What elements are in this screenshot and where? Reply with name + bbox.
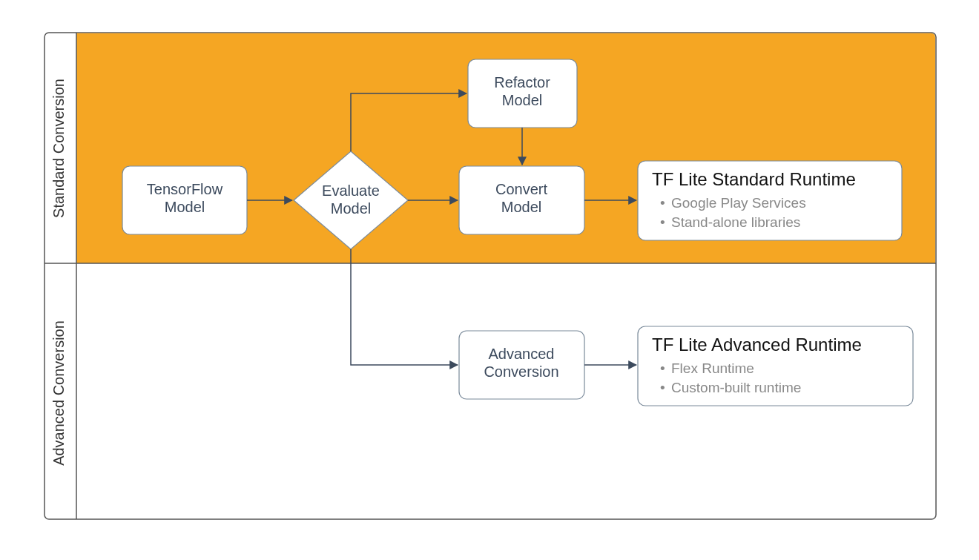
node-refactor-model: Refactor Model — [468, 59, 577, 128]
evaluate-model-line2: Model — [331, 200, 371, 217]
advanced-conversion-line2: Conversion — [484, 363, 558, 380]
tensorflow-model-line2: Model — [165, 199, 205, 215]
section-label-standard: Standard Conversion — [50, 79, 67, 218]
advanced-runtime-bullet-1-text: Custom-built runtime — [671, 380, 801, 395]
standard-runtime-bullet-1-text: Stand-alone libraries — [671, 214, 800, 230]
node-advanced-runtime: TF Lite Advanced Runtime • Flex Runtime … — [638, 326, 913, 406]
standard-runtime-bullet-0: • — [660, 195, 665, 211]
tensorflow-model-line1: TensorFlow — [147, 181, 223, 197]
advanced-runtime-bullet-0-text: Flex Runtime — [671, 360, 754, 376]
standard-runtime-bullet-0-text: Google Play Services — [671, 195, 806, 211]
node-convert-model: Convert Model — [459, 166, 584, 234]
advanced-runtime-bullet-1: • — [660, 380, 665, 395]
convert-model-line2: Model — [501, 199, 541, 215]
section-label-advanced: Advanced Conversion — [50, 320, 67, 466]
convert-model-line1: Convert — [495, 181, 547, 197]
node-standard-runtime: TF Lite Standard Runtime • Google Play S… — [638, 161, 902, 240]
conversion-diagram: Standard Conversion Advanced Conversion … — [0, 0, 979, 560]
evaluate-model-line1: Evaluate — [322, 182, 380, 199]
standard-runtime-title: TF Lite Standard Runtime — [652, 169, 856, 189]
advanced-conversion-line1: Advanced — [489, 346, 555, 362]
node-advanced-conversion: Advanced Conversion — [459, 331, 584, 399]
refactor-model-line2: Model — [502, 92, 542, 108]
advanced-runtime-title: TF Lite Advanced Runtime — [652, 335, 862, 355]
standard-runtime-bullet-1: • — [660, 214, 665, 230]
node-tensorflow-model: TensorFlow Model — [122, 166, 247, 234]
refactor-model-line1: Refactor — [494, 74, 550, 90]
advanced-runtime-bullet-0: • — [660, 360, 665, 376]
